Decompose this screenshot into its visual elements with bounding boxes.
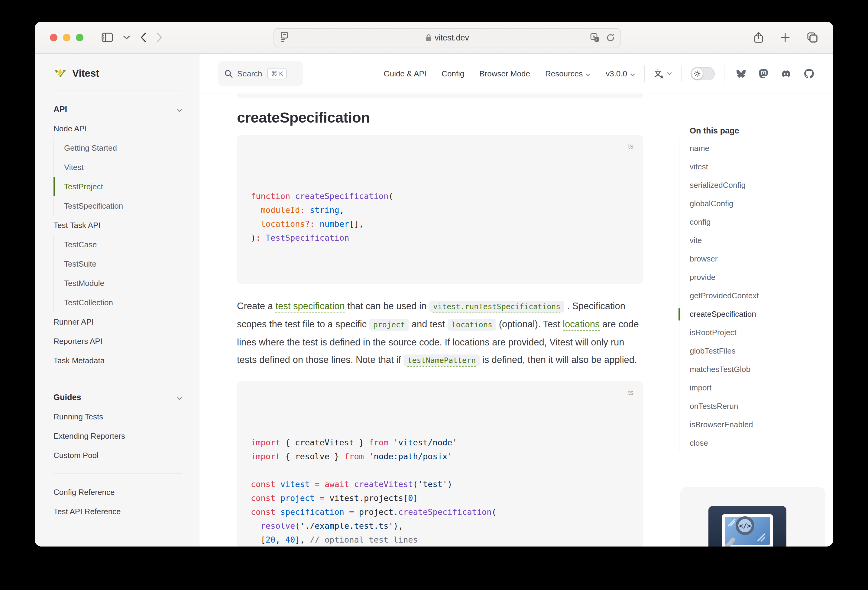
inline-link[interactable]: locations xyxy=(563,319,599,330)
sidebar-item-testcollection[interactable]: TestCollection xyxy=(53,293,182,312)
theme-toggle[interactable] xyxy=(691,67,715,80)
toc-item-browser[interactable]: browser xyxy=(690,250,833,268)
sidebar-item-runner-api[interactable]: Runner API xyxy=(53,312,182,331)
toc-item-createspecification[interactable]: createSpecification xyxy=(690,305,833,324)
top-nav: Guide & APIConfigBrowser Mode Resourcesv… xyxy=(368,54,814,94)
inline-code-link[interactable]: testNamePattern xyxy=(403,355,480,366)
page-actions: Ax xyxy=(590,33,615,43)
github-link[interactable] xyxy=(804,69,814,78)
sidebar-toggle-button[interactable] xyxy=(102,32,113,42)
code-token: from xyxy=(344,452,364,461)
code-token xyxy=(364,452,369,461)
code-token: // optional test lines xyxy=(310,535,418,544)
tab-overview-button[interactable] xyxy=(807,32,818,43)
sidebar-item-task-metadata[interactable]: Task Metadata xyxy=(53,351,182,370)
toc-item-vitest[interactable]: vitest xyxy=(690,157,833,176)
zoom-window-button[interactable] xyxy=(76,34,83,41)
toc-item-isbrowserenabled[interactable]: isBrowserEnabled xyxy=(690,415,833,434)
code-lang-label: ts xyxy=(628,139,633,153)
inline-code-link[interactable]: vitest.runTestSpecifications xyxy=(429,301,564,312)
toc-item-serializedconfig[interactable]: serializedConfig xyxy=(690,176,833,194)
toc-item-config[interactable]: config xyxy=(690,213,833,231)
sidebar-item-test-task-api[interactable]: Test Task API xyxy=(53,216,182,235)
vitest-logo[interactable]: Vitest xyxy=(53,65,182,82)
reader-button[interactable] xyxy=(280,32,289,44)
browser-toolbar: vitest.dev Ax xyxy=(35,22,833,54)
toc-item-matchestestglob[interactable]: matchesTestGlob xyxy=(690,360,833,379)
sidebar-item-config-reference[interactable]: Config Reference xyxy=(53,483,182,502)
translate-page-icon[interactable]: Ax xyxy=(590,33,600,43)
mastodon-link[interactable] xyxy=(759,69,768,78)
code-token: 20 xyxy=(266,535,276,544)
sidebar-item-getting-started[interactable]: Getting Started xyxy=(53,138,182,157)
discord-icon xyxy=(781,69,791,78)
toc-item-globalconfig[interactable]: globalConfig xyxy=(690,194,833,213)
toc-item-ontestsrerun[interactable]: onTestsRerun xyxy=(690,397,833,415)
social-links xyxy=(736,69,814,78)
nav-dropdown-resources[interactable]: Resources xyxy=(545,69,590,78)
toc-item-name[interactable]: name xyxy=(690,139,833,157)
code-token: 40 xyxy=(285,535,295,544)
sidebar-item-testmodule[interactable]: TestModule xyxy=(53,274,182,293)
signature-code-block[interactable]: ts function createSpecification( moduleI… xyxy=(237,135,643,284)
code-token: const xyxy=(251,507,275,516)
code-token: TestSpecification xyxy=(266,233,349,243)
back-button[interactable] xyxy=(140,32,146,43)
svg-text:A: A xyxy=(660,75,663,79)
code-token: 'test' xyxy=(418,480,447,489)
code-token: from xyxy=(369,438,388,447)
sidebar-item-extending-reporters[interactable]: Extending Reporters xyxy=(53,426,182,446)
inline-link[interactable]: test specification xyxy=(276,301,345,311)
reload-icon[interactable] xyxy=(606,33,615,42)
share-button[interactable] xyxy=(754,32,763,43)
bluesky-link[interactable] xyxy=(736,69,746,78)
svg-text:x: x xyxy=(596,38,598,41)
nav-link-guide-api[interactable]: Guide & API xyxy=(384,69,427,78)
toc-item-provide[interactable]: provide xyxy=(690,268,833,287)
close-window-button[interactable] xyxy=(50,34,58,41)
code-token: import xyxy=(251,452,280,461)
chevron-down-icon xyxy=(177,109,182,112)
sidebar-group-guides[interactable]: Guides xyxy=(53,388,182,407)
sidebar-item-custom-pool[interactable]: Custom Pool xyxy=(53,446,182,465)
site-header: Search ⌘ K Guide & APIConfigBrowser Mode… xyxy=(199,54,833,94)
sidebar-item-testcase[interactable]: TestCase xyxy=(53,235,182,254)
address-bar[interactable]: vitest.dev Ax xyxy=(273,28,621,47)
code-token: locations xyxy=(261,219,305,228)
nav-dropdown-v3-0-0[interactable]: v3.0.0 xyxy=(606,69,635,78)
example-line: const project = vitest.projects[0] xyxy=(251,491,629,505)
discord-link[interactable] xyxy=(781,69,791,78)
nav-link-config[interactable]: Config xyxy=(441,69,464,78)
code-token: ?: xyxy=(305,219,315,228)
toc-item-close[interactable]: close xyxy=(690,434,833,452)
sidebar-group-api[interactable]: API xyxy=(53,100,182,119)
sidebar-item-reporters-api[interactable]: Reporters API xyxy=(53,331,182,351)
sidebar-item-vitest[interactable]: Vitest xyxy=(53,157,182,177)
toc-item-import[interactable]: import xyxy=(690,379,833,397)
forward-button[interactable] xyxy=(156,32,162,43)
toc-item-isrootproject[interactable]: isRootProject xyxy=(690,324,833,342)
sidebar-item-running-tests[interactable]: Running Tests xyxy=(53,407,182,426)
code-token: ] xyxy=(413,493,418,503)
toc-item-vite[interactable]: vite xyxy=(690,231,833,250)
bluesky-icon xyxy=(736,69,746,78)
nav-divider xyxy=(724,66,725,82)
sidebar-item-test-api-reference[interactable]: Test API Reference xyxy=(53,502,182,521)
example-line: const vitest = await createVitest('test'… xyxy=(251,477,629,491)
toc-item-globtestfiles[interactable]: globTestFiles xyxy=(690,342,833,360)
nav-link-browser-mode[interactable]: Browser Mode xyxy=(479,69,530,78)
sidebar-item-testsuite[interactable]: TestSuite xyxy=(53,254,182,274)
toc-item-getprovidedcontext[interactable]: getProvidedContext xyxy=(690,287,833,305)
new-tab-button[interactable] xyxy=(781,33,790,42)
sidebar-item-node-api[interactable]: Node API xyxy=(53,119,182,138)
sidebar-item-testproject[interactable]: TestProject xyxy=(53,177,182,196)
sidebar-menu-chevron[interactable] xyxy=(123,35,130,40)
minimize-window-button[interactable] xyxy=(63,34,71,41)
code-lang-label: ts xyxy=(628,385,633,399)
sponsor-card[interactable]: </> xyxy=(680,487,825,546)
sidebar-item-testspecification[interactable]: TestSpecification xyxy=(53,196,182,216)
search-box[interactable]: Search ⌘ K xyxy=(218,61,303,86)
language-menu[interactable]: A xyxy=(654,69,672,79)
example-code-block[interactable]: ts import { createVitest } from 'vitest/… xyxy=(237,381,643,546)
code-token: project xyxy=(280,493,315,503)
